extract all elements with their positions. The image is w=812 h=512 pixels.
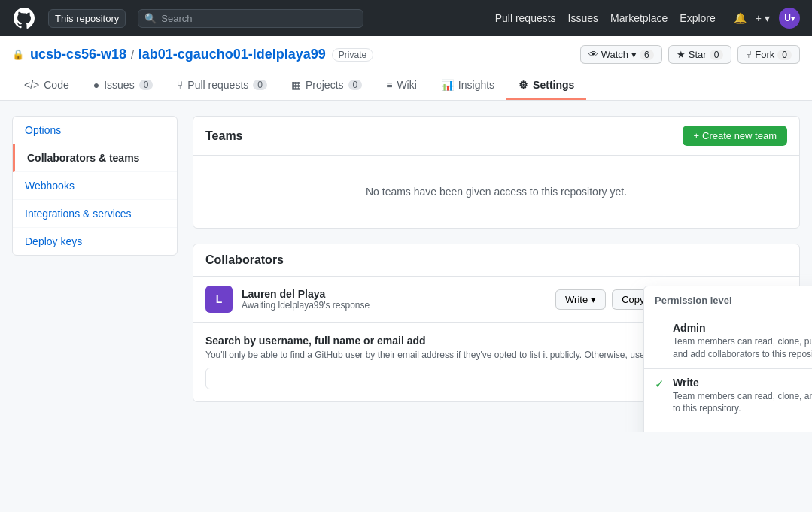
create-new-team-button[interactable]: + Create new team xyxy=(683,126,787,146)
pr-count: 0 xyxy=(253,80,267,90)
content: Teams + Create new team No teams have be… xyxy=(193,116,800,417)
watch-count: 6 xyxy=(640,50,654,60)
sidebar: Options Collaborators & teams Webhooks I… xyxy=(12,116,178,417)
code-icon: </> xyxy=(24,79,39,91)
repo-tabs: </> Code ● Issues 0 ⑂ Pull requests 0 ▦ … xyxy=(12,71,800,100)
create-new-button[interactable]: + ▾ xyxy=(756,12,770,24)
star-count: 0 xyxy=(710,50,724,60)
sidebar-item-webhooks[interactable]: Webhooks xyxy=(13,172,177,200)
top-nav-links: Pull requests Issues Marketplace Explore xyxy=(495,12,716,24)
teams-section-header: Teams + Create new team xyxy=(193,117,799,156)
tab-insights[interactable]: 📊 Insights xyxy=(429,71,506,100)
collaborator-name: Lauren del Playa xyxy=(242,288,370,300)
plus-icon: + xyxy=(756,12,762,24)
repo-header: 🔒 ucsb-cs56-w18 / lab01-cgaucho01-ldelpl… xyxy=(0,36,812,101)
pull-requests-link[interactable]: Pull requests xyxy=(495,12,556,24)
projects-icon: ▦ xyxy=(291,79,301,91)
settings-icon: ⚙ xyxy=(519,79,528,91)
sidebar-list: Options Collaborators & teams Webhooks I… xyxy=(12,116,178,256)
sidebar-item-deploy-keys[interactable]: Deploy keys xyxy=(13,228,177,255)
issues-link[interactable]: Issues xyxy=(568,12,598,24)
collaborators-section-header: Collaborators xyxy=(193,244,799,277)
repo-title-row: 🔒 ucsb-cs56-w18 / lab01-cgaucho01-ldelpl… xyxy=(12,45,800,64)
permission-dropdown-title: Permission level xyxy=(655,295,732,306)
sidebar-item-integrations-services[interactable]: Integrations & services xyxy=(13,200,177,228)
sidebar-item-collaborators-teams[interactable]: Collaborators & teams xyxy=(13,144,177,172)
pr-icon: ⑂ xyxy=(177,79,183,91)
collaborators-section-title: Collaborators xyxy=(205,253,284,267)
read-permission-name: Read xyxy=(673,431,812,432)
issues-icon: ● xyxy=(93,79,99,91)
marketplace-link[interactable]: Marketplace xyxy=(610,12,668,24)
lock-icon: 🔒 xyxy=(12,49,24,60)
star-button[interactable]: ★ Star 0 xyxy=(668,45,732,64)
tab-code[interactable]: </> Code xyxy=(12,71,81,100)
private-badge: Private xyxy=(332,48,373,62)
insights-icon: 📊 xyxy=(441,79,454,91)
watch-button[interactable]: 👁 Watch ▾ 6 xyxy=(580,45,662,64)
top-nav-icons: 🔔 + ▾ U ▾ xyxy=(734,8,800,29)
tab-wiki[interactable]: ≡ Wiki xyxy=(374,71,429,100)
repo-actions: 👁 Watch ▾ 6 ★ Star 0 ⑂ Fork 0 xyxy=(580,45,800,64)
chevron-down-icon: ▾ xyxy=(765,12,770,24)
teams-section: Teams + Create new team No teams have be… xyxy=(193,116,800,229)
notification-bell-button[interactable]: 🔔 xyxy=(734,12,747,24)
issues-count: 0 xyxy=(139,80,154,90)
repo-context-label: This repository xyxy=(55,13,119,24)
avatar-chevron-icon: ▾ xyxy=(791,14,795,23)
fork-icon: ⑂ xyxy=(746,49,752,60)
chevron-down-icon: ▾ xyxy=(591,294,596,305)
repo-org-link[interactable]: ucsb-cs56-w18 xyxy=(30,47,126,62)
collaborators-section: Collaborators L Lauren del Playa Awaitin… xyxy=(193,244,800,402)
search-collab-input[interactable] xyxy=(205,368,699,389)
explore-link[interactable]: Explore xyxy=(680,12,715,24)
repo-name-link[interactable]: lab01-cgaucho01-ldelplaya99 xyxy=(138,47,326,62)
tab-projects[interactable]: ▦ Projects 0 xyxy=(279,71,374,100)
wiki-icon: ≡ xyxy=(386,79,392,91)
permission-option-read[interactable]: ✓ Read Team members can read and clone t… xyxy=(644,423,812,432)
projects-count: 0 xyxy=(348,80,363,90)
tab-issues[interactable]: ● Issues 0 xyxy=(81,71,166,100)
collaborator-avatar: L xyxy=(205,286,233,313)
permission-option-admin[interactable]: ✓ Admin Team members can read, clone, pu… xyxy=(644,314,812,368)
search-icon: 🔍 xyxy=(144,13,157,24)
repo-context-button[interactable]: This repository xyxy=(48,9,126,28)
tab-settings[interactable]: ⚙ Settings xyxy=(506,71,586,100)
write-check-icon: ✓ xyxy=(655,377,667,391)
watch-chevron-icon: ▾ xyxy=(631,49,637,60)
collaborator-info: Lauren del Playa Awaiting ldelplaya99's … xyxy=(242,288,370,311)
admin-permission-name: Admin xyxy=(673,322,812,334)
main-layout: Options Collaborators & teams Webhooks I… xyxy=(0,116,812,417)
github-logo-icon[interactable] xyxy=(12,6,36,30)
plus-icon: + xyxy=(693,130,699,141)
teams-empty-state: No teams have been given access to this … xyxy=(193,156,799,228)
admin-permission-desc: Team members can read, clone, push, and … xyxy=(673,335,812,361)
eye-icon: 👁 xyxy=(588,49,598,60)
search-placeholder: Search xyxy=(161,13,192,24)
repo-name: ucsb-cs56-w18 / lab01-cgaucho01-ldelplay… xyxy=(30,47,326,62)
permission-option-write[interactable]: ✓ Write Team members can read, clone, an… xyxy=(644,369,812,423)
top-nav: This repository 🔍 Search Pull requests I… xyxy=(0,0,812,36)
permission-dropdown: Permission level × ✓ Admin Team members … xyxy=(643,286,812,432)
tab-pull-requests[interactable]: ⑂ Pull requests 0 xyxy=(165,71,279,100)
collaborator-status: Awaiting ldelplaya99's response xyxy=(242,300,370,311)
sidebar-item-options[interactable]: Options xyxy=(13,117,177,144)
teams-section-title: Teams xyxy=(205,129,243,143)
write-permission-desc: Team members can read, clone, and push t… xyxy=(673,390,812,416)
search-box[interactable]: 🔍 Search xyxy=(138,9,363,28)
user-avatar[interactable]: U ▾ xyxy=(779,8,800,29)
permission-dropdown-header: Permission level × xyxy=(644,286,812,314)
star-icon: ★ xyxy=(677,49,686,60)
write-permission-name: Write xyxy=(673,377,812,389)
fork-button[interactable]: ⑂ Fork 0 xyxy=(737,45,800,64)
teams-empty-message: No teams have been given access to this … xyxy=(366,186,627,198)
fork-count: 0 xyxy=(777,50,792,60)
permission-write-button[interactable]: Write ▾ xyxy=(555,289,606,310)
